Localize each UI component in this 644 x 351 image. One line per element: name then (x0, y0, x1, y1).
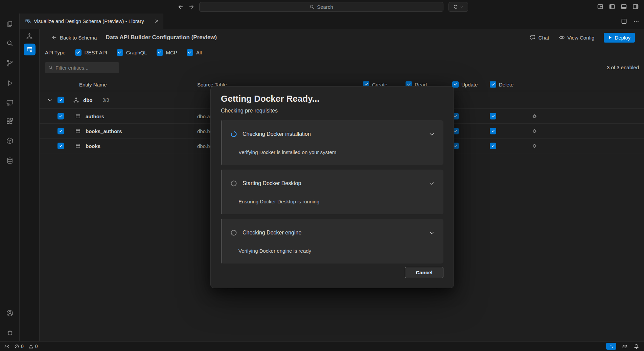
option-label: REST API (85, 50, 107, 55)
run-debug-icon[interactable] (2, 76, 17, 91)
checkbox-checked[interactable] (58, 128, 64, 134)
checkbox-checked[interactable] (58, 113, 64, 119)
step-checking-docker-engine[interactable]: Checking Docker engine Verifying Docker … (221, 219, 443, 264)
toggle-panel-icon[interactable] (620, 3, 627, 10)
title-bar: Search (0, 0, 644, 14)
group-checkbox[interactable] (58, 97, 64, 103)
chat-button[interactable]: Chat (530, 34, 549, 41)
chevron-down-icon[interactable] (47, 97, 52, 102)
filter-option-mcp[interactable]: MCP (157, 49, 177, 56)
schema-diagram-icon[interactable] (23, 30, 36, 42)
step-label: Starting Docker Desktop (243, 180, 301, 186)
remote-indicator-icon[interactable] (4, 344, 9, 349)
step-starting-docker-desktop[interactable]: Starting Docker Desktop Ensuring Docker … (221, 170, 443, 214)
search-icon (309, 4, 315, 9)
dialog-subtitle: Checking pre-requisites (221, 107, 443, 114)
close-icon[interactable] (155, 19, 159, 23)
back-arrow-icon[interactable] (177, 3, 184, 10)
copilot-icon[interactable] (622, 343, 628, 350)
extensions-icon[interactable] (2, 114, 17, 129)
option-label: GraphQL (126, 50, 147, 55)
back-to-schema-link[interactable]: Back to Schema (51, 35, 97, 41)
checkbox-checked[interactable] (75, 49, 82, 56)
step-label: Checking Docker engine (243, 230, 301, 236)
step-accent-bar (221, 120, 222, 165)
filter-entities-field[interactable] (45, 62, 119, 73)
entity-settings-gear-icon[interactable] (532, 113, 537, 119)
more-actions-icon[interactable] (633, 18, 639, 24)
schema-designer-tab-icon (25, 18, 31, 24)
filter-option-graphql[interactable]: GraphQL (117, 49, 147, 56)
row-checkbox[interactable] (58, 143, 64, 149)
entity-settings-gear-icon[interactable] (532, 128, 537, 134)
dialog-footer: Cancel (221, 267, 443, 278)
entity-name: authors (86, 113, 104, 119)
search-command-center[interactable]: Search (199, 2, 443, 12)
step-checking-docker-installation[interactable]: Checking Docker installation Verifying D… (221, 120, 443, 165)
source-control-icon[interactable] (2, 56, 17, 71)
chevron-down-icon[interactable] (429, 181, 435, 186)
checkbox-checked[interactable] (58, 143, 64, 149)
entity-search-row: 3 of 3 enabled (45, 62, 639, 73)
toggle-secondary-sidebar-icon[interactable] (632, 3, 639, 10)
view-config-button[interactable]: View Config (559, 34, 595, 41)
checkbox-checked[interactable] (157, 49, 163, 56)
entity-settings-gear-icon[interactable] (532, 143, 537, 149)
checkbox-checked[interactable] (490, 81, 496, 87)
explorer-icon[interactable] (2, 17, 17, 31)
api-builder-view-icon[interactable] (24, 44, 36, 55)
checkbox-checked[interactable] (117, 49, 123, 56)
errors-status[interactable]: 0 (14, 344, 24, 349)
filter-option-rest-api[interactable]: REST API (75, 49, 107, 56)
docker-ready-dialog: Getting Docker Ready... Checking pre-req… (210, 86, 454, 288)
delete-checkbox[interactable] (490, 113, 496, 119)
checkbox-checked[interactable] (187, 49, 193, 56)
row-checkbox[interactable] (58, 113, 64, 119)
zoom-indicator[interactable] (606, 343, 616, 350)
status-bar-right (606, 343, 644, 350)
chat-icon (530, 34, 536, 41)
entity-name: books_authors (86, 128, 122, 134)
settings-gear-icon[interactable] (2, 325, 17, 340)
row-checkbox[interactable] (58, 128, 64, 134)
deploy-button[interactable]: Deploy (604, 33, 635, 43)
search-label: Search (317, 4, 333, 10)
api-type-label: API Type (45, 50, 66, 55)
column-delete: Delete (490, 81, 513, 87)
toggle-primary-sidebar-icon[interactable] (608, 3, 616, 10)
errors-count: 0 (21, 344, 24, 349)
group-name: dbo (83, 97, 93, 103)
tab-visualize-design-schema[interactable]: Visualize and Design Schema (Preview) - … (20, 14, 163, 29)
cancel-button[interactable]: Cancel (405, 267, 443, 278)
database-projects-icon[interactable] (2, 153, 17, 168)
step-accent-bar (221, 219, 222, 264)
activity-bar (0, 14, 20, 341)
spinner-icon (230, 131, 237, 137)
filter-option-all[interactable]: All (187, 49, 202, 56)
remote-explorer-icon[interactable] (2, 95, 17, 110)
delete-checkbox[interactable] (490, 128, 496, 134)
page-title: Data API Builder Configuration (Preview) (106, 34, 217, 41)
page-header: Back to Schema Data API Builder Configur… (51, 31, 635, 44)
editor-actions (621, 14, 639, 29)
chevron-down-icon[interactable] (429, 230, 435, 236)
delete-checkbox[interactable] (490, 143, 496, 149)
status-bar-left: 0 0 (0, 344, 38, 349)
warnings-status[interactable]: 0 (28, 344, 38, 349)
api-type-filter-bar: API Type REST API GraphQL MCP All (45, 48, 202, 57)
accounts-icon[interactable] (2, 306, 17, 321)
search-view-icon[interactable] (2, 36, 17, 51)
checkbox-checked[interactable] (58, 97, 64, 103)
table-icon (75, 113, 81, 119)
notifications-bell-icon[interactable] (634, 344, 639, 349)
entity-name: books (86, 143, 100, 149)
chevron-down-icon[interactable] (429, 131, 435, 137)
forward-arrow-icon[interactable] (188, 3, 195, 10)
checkbox-checked[interactable] (452, 81, 459, 87)
run-task-dropdown[interactable] (448, 2, 468, 12)
filter-entities-input[interactable] (55, 65, 116, 71)
split-editor-icon[interactable] (621, 18, 627, 24)
sync-icon (453, 4, 458, 9)
container-tools-icon[interactable] (2, 133, 17, 148)
customize-layout-icon[interactable] (596, 3, 604, 10)
